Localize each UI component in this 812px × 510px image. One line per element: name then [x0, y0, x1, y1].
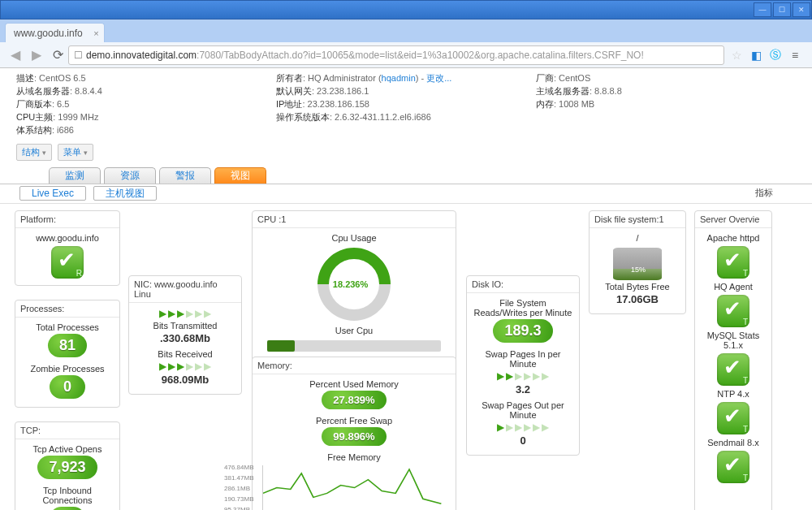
- close-window-button[interactable]: ✕: [793, 2, 810, 17]
- check-icon: T: [717, 295, 749, 327]
- cpu-title: CPU :1: [253, 211, 456, 228]
- server-item-label: Apache httpd: [700, 233, 767, 243]
- diskfs-title: Disk file system:1: [590, 211, 685, 228]
- tab-resource[interactable]: 资源: [104, 167, 156, 184]
- tab-title: www.goodu.info: [14, 28, 83, 39]
- change-owner-link[interactable]: 更改...: [426, 73, 451, 83]
- maximize-button[interactable]: ☐: [773, 2, 791, 17]
- skype-icon[interactable]: Ⓢ: [768, 48, 783, 63]
- tab-view[interactable]: 视图: [214, 167, 266, 184]
- fs-rw-value: 189.3: [493, 319, 552, 343]
- nic-title: NIC: www.goodu.info Linu: [129, 276, 241, 303]
- check-icon: T: [717, 451, 749, 483]
- zombie-processes-value: 0: [50, 375, 85, 399]
- subtab-host-view[interactable]: 主机视图: [93, 186, 157, 201]
- memory-title: Memory:: [253, 357, 456, 374]
- tab-monitor[interactable]: 监测: [49, 167, 101, 184]
- server-item-label: NTP 4.x: [700, 389, 767, 399]
- close-tab-icon[interactable]: ×: [93, 28, 98, 38]
- platform-title: Platform:: [15, 211, 119, 228]
- processes-title: Processes:: [15, 300, 119, 318]
- reload-button[interactable]: ⟳: [47, 45, 68, 66]
- back-button[interactable]: ◀: [5, 45, 26, 66]
- star-icon[interactable]: ☆: [729, 48, 744, 63]
- platform-host: www.goodu.info: [20, 233, 114, 243]
- swap-out-value: 0: [472, 434, 574, 447]
- tab-alert[interactable]: 警报: [159, 167, 211, 184]
- tcp-active-value: 7,923: [37, 456, 97, 479]
- server-item-label: HQ Agent: [700, 282, 767, 292]
- minimize-button[interactable]: —: [754, 2, 771, 17]
- page-icon: ☐: [74, 50, 83, 61]
- extension-icon[interactable]: ◧: [749, 48, 763, 63]
- cpu-gauge-icon: 18.236%: [302, 232, 405, 335]
- menu-icon[interactable]: ≡: [788, 48, 802, 63]
- check-icon: R: [51, 246, 84, 279]
- disk-cylinder-icon: 15%: [613, 248, 662, 280]
- browser-tab[interactable]: www.goodu.info ×: [5, 23, 105, 42]
- user-cpu-bar: [267, 340, 441, 352]
- tcp-inbound-value: 8: [50, 507, 85, 510]
- diskio-title: Disk IO:: [467, 276, 579, 293]
- bits-tx-value: .330.68Mb: [134, 332, 236, 344]
- owner-link[interactable]: hqadmin: [382, 73, 416, 83]
- menu-menu[interactable]: 菜单: [58, 144, 93, 161]
- check-icon: T: [717, 402, 749, 434]
- check-icon: T: [717, 353, 749, 386]
- pct-used-mem-value: 27.839%: [322, 391, 386, 409]
- bits-rx-value: 968.09Mb: [134, 374, 236, 386]
- server-item-label: MySQL Stats 5.1.x: [700, 331, 767, 350]
- server-overview-title: Server Overvie: [695, 211, 771, 228]
- pointer-label: 指标: [755, 187, 773, 199]
- total-processes-value: 81: [48, 334, 87, 357]
- structure-menu[interactable]: 结构: [16, 144, 52, 161]
- bytes-free-value: 17.06GB: [594, 293, 680, 305]
- info-header: 描述: CentOS 6.5 从域名服务器: 8.8.4.4 厂商版本: 6.5…: [0, 68, 812, 140]
- free-memory-chart: 476.84MB 381.47MB 286.1MB 190.73MB 95.37…: [262, 465, 446, 510]
- check-icon: T: [717, 246, 749, 279]
- forward-button[interactable]: ▶: [26, 45, 47, 66]
- swap-in-value: 3.2: [472, 383, 574, 395]
- pct-free-swap-value: 99.896%: [322, 427, 386, 446]
- address-bar[interactable]: ☐ demo.innovatedigital.com:7080/TabBodyA…: [68, 45, 724, 65]
- tcp-title: TCP:: [15, 422, 119, 439]
- server-item-label: Sendmail 8.x: [700, 438, 767, 447]
- subtab-live-exec[interactable]: Live Exec: [19, 186, 86, 201]
- arrow-row-icon: ▶▶▶▶▶▶: [134, 308, 236, 319]
